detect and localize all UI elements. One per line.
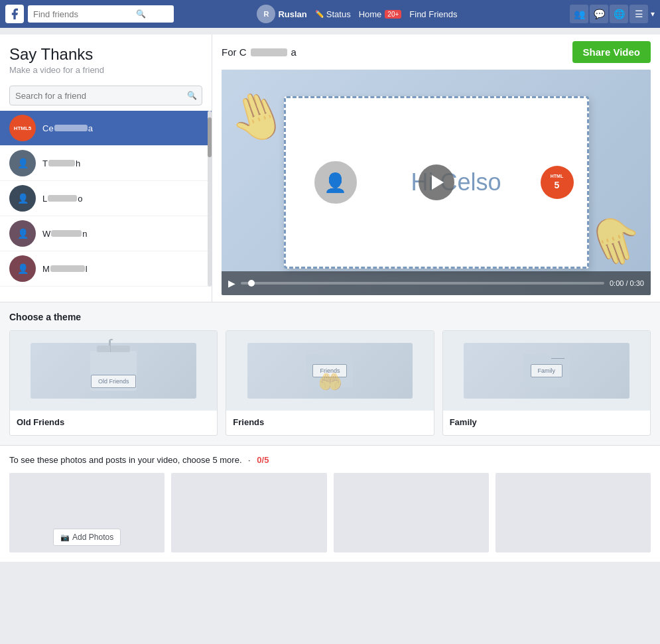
sidebar-title: Say Thanks <box>9 45 202 64</box>
play-pause-icon[interactable]: ▶ <box>228 278 235 289</box>
photos-header-text: To see these photos and posts in your vi… <box>9 455 242 465</box>
home-badge: 20+ <box>385 10 401 19</box>
navbar-username: Ruslan <box>278 9 306 19</box>
photo-card-1: 📷 Add Photos <box>9 473 165 552</box>
video-player: 🤚 🤚 👤 Hi Celso HTML <box>222 70 651 295</box>
friend-name: Th <box>42 159 80 168</box>
navbar-search-input[interactable] <box>28 5 174 23</box>
hand-right-icon: 🤚 <box>579 206 651 277</box>
notifications-icon-btn[interactable]: 🌐 <box>610 5 628 23</box>
theme-card-friends[interactable]: Friends 🤲 Friends <box>226 330 434 436</box>
main-layout: Say Thanks Make a video for a friend 🔍 H… <box>0 28 660 302</box>
video-controls: ▶ 0:00 / 0:30 <box>222 271 651 295</box>
edit-icon: ✏️ <box>315 10 324 19</box>
friend-name: Wn <box>42 229 88 239</box>
list-item[interactable]: 👤 Th <box>0 146 212 181</box>
photo-card-4 <box>495 473 651 552</box>
theme-label: Family <box>531 364 563 377</box>
for-label: For Ca <box>222 46 297 58</box>
friend-name: Cea <box>42 123 93 133</box>
video-time: 0:00 / 0:30 <box>610 279 644 287</box>
status-label: Status <box>326 9 351 19</box>
sidebar: Say Thanks Make a video for a friend 🔍 H… <box>0 34 212 302</box>
video-progress-track[interactable] <box>241 282 604 285</box>
scrollbar-thumb <box>208 117 212 157</box>
friend-name: Ml <box>42 264 88 274</box>
theme-card-family[interactable]: Family Family <box>442 330 651 436</box>
navbar-icons: 👥 💬 🌐 ☰ ▾ <box>570 5 655 23</box>
list-item[interactable]: HTML5 Cea <box>0 111 212 146</box>
list-item[interactable]: 👤 Wn <box>0 216 212 251</box>
navbar-search-wrap: 🔍 <box>28 5 150 23</box>
facebook-logo[interactable] <box>5 5 24 23</box>
navbar-status-link[interactable]: ✏️ Status <box>315 9 351 19</box>
theme-label: Old Friends <box>91 375 137 388</box>
avatar: HTML5 <box>9 115 36 141</box>
share-video-button[interactable]: Share Video <box>572 41 651 63</box>
content-header: For Ca Share Video <box>222 41 651 63</box>
video-background: 🤚 🤚 👤 Hi Celso HTML <box>222 70 651 295</box>
photos-section: To see these photos and posts in your vi… <box>0 445 660 562</box>
list-item[interactable]: 👤 Lo <box>0 181 212 216</box>
settings-icon-btn[interactable]: ☰ <box>629 5 648 23</box>
play-triangle-icon <box>432 175 444 190</box>
photos-count: 0/5 <box>257 455 269 465</box>
navbar-dropdown-arrow[interactable]: ▾ <box>651 9 655 19</box>
sidebar-subtitle: Make a video for a friend <box>9 65 202 75</box>
navbar-user[interactable]: R Ruslan <box>257 5 306 23</box>
home-label: Home <box>359 9 382 19</box>
theme-name-family: Family <box>443 411 650 435</box>
theme-thumbnail: Family <box>443 331 650 411</box>
theme-thumbnail: Friends 🤲 <box>226 331 433 411</box>
list-item[interactable]: 👤 Ml <box>0 251 212 287</box>
search-friend-input[interactable] <box>9 86 202 105</box>
avatar: 👤 <box>9 150 36 176</box>
video-html5-badge: HTML 5 <box>541 166 574 199</box>
photos-grid: 📷 Add Photos <box>9 473 651 552</box>
themes-grid: Old Friends Old Friends Friends <box>9 330 651 436</box>
navbar-home-link[interactable]: Home 20+ <box>359 9 402 19</box>
navbar-search-icon: 🔍 <box>136 9 146 19</box>
content-area: For Ca Share Video 🤚 🤚 👤 <box>212 34 660 302</box>
sidebar-search-icon: 🔍 <box>187 91 197 100</box>
photo-card-2 <box>171 473 326 552</box>
friends-icon-btn[interactable]: 👥 <box>570 5 588 23</box>
navbar: 🔍 R Ruslan ✏️ Status Home 20+ Find Frien… <box>0 0 660 28</box>
scrollbar-track[interactable] <box>208 111 212 287</box>
avatar: 👤 <box>9 220 36 247</box>
find-friends-label: Find Friends <box>409 9 457 19</box>
add-photos-button[interactable]: 📷 Add Photos <box>53 529 121 546</box>
navbar-find-friends-link[interactable]: Find Friends <box>409 9 457 19</box>
avatar: 👤 <box>9 185 36 212</box>
friend-name: Lo <box>42 194 82 204</box>
hand-left-icon: 🤚 <box>222 82 293 153</box>
theme-name-old-friends: Old Friends <box>10 411 217 435</box>
photos-header: To see these photos and posts in your vi… <box>9 455 651 465</box>
sidebar-header: Say Thanks Make a video for a friend <box>0 34 212 80</box>
themes-section: Choose a theme Old Friends Old Fri <box>0 302 660 445</box>
video-profile-circle: 👤 <box>312 159 359 206</box>
theme-thumbnail: Old Friends <box>10 331 217 411</box>
messages-icon-btn[interactable]: 💬 <box>590 5 608 23</box>
camera-icon: 📷 <box>60 533 70 542</box>
avatar: 👤 <box>9 255 36 282</box>
avatar: R <box>257 5 275 23</box>
play-button[interactable] <box>419 164 454 200</box>
photo-card-3 <box>334 473 489 552</box>
navbar-center: R Ruslan ✏️ Status Home 20+ Find Friends <box>150 5 564 23</box>
themes-title: Choose a theme <box>9 312 651 322</box>
friends-list-wrap: HTML5 Cea 👤 Th <box>0 111 212 287</box>
sidebar-search-wrap: 🔍 <box>0 80 212 111</box>
friends-list: HTML5 Cea 👤 Th <box>0 111 212 287</box>
theme-name-friends: Friends <box>226 411 433 435</box>
video-progress-thumb <box>248 280 255 287</box>
theme-card-old-friends[interactable]: Old Friends Old Friends <box>9 330 218 436</box>
